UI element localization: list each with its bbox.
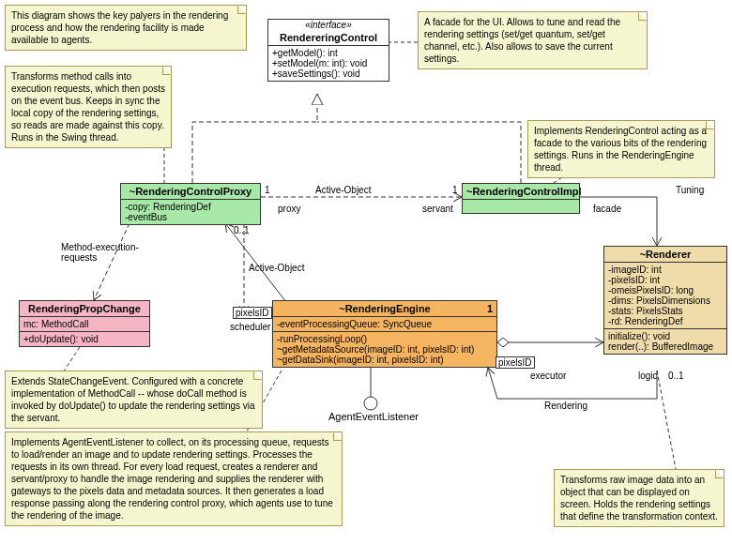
class-renderer: ~Renderer -imageID: int -pixelsID: int -…	[603, 246, 727, 355]
multiplicity: 0..1	[668, 371, 684, 381]
role-facade: facade	[593, 204, 621, 214]
multiplicity: 1	[452, 185, 458, 195]
multiplicity: 1	[487, 303, 493, 314]
note-proxy: Transforms method calls into execution r…	[5, 66, 172, 148]
class-title: ~RenderingEngine	[339, 303, 431, 314]
role-proxy: proxy	[278, 204, 300, 214]
class-operations: +getModel(): int +setModel(m: int): void…	[268, 46, 389, 81]
class-ops: +doUpdate(): void	[20, 332, 149, 346]
multiplicity: 1	[265, 185, 270, 195]
stereotype: «interface»	[268, 20, 389, 30]
class-rendereringcontrol: «interface» RendereringControl +getModel…	[267, 19, 389, 82]
class-ops: -runProcessingLoop() ~getMetadataSource(…	[273, 332, 496, 367]
class-attrs: -eventProcessingQueue: SyncQueue	[273, 317, 496, 332]
label-method-exec: Method-execution- requests	[61, 242, 139, 263]
class-agenteventlistener: AgentEventListener	[328, 411, 419, 422]
label-active-object: Active-Object	[315, 185, 371, 195]
class-renderingengine: ~RenderingEngine 1 -eventProcessingQueue…	[272, 300, 497, 368]
multiplicity: 0..1	[234, 225, 250, 235]
note-propchange: Extends StateChangeEvent. Configured wit…	[5, 371, 263, 429]
class-ops: initialize(): void render(..): BufferedI…	[604, 329, 726, 354]
class-title: ~RenderingControlProxy	[121, 184, 260, 200]
class-renderingcontrolimpl: ~RenderingControlImpl	[462, 183, 580, 214]
class-renderingpropchange: RenderingPropChange mc: MethodCall +doUp…	[19, 300, 150, 347]
label-tuning: Tuning	[676, 185, 704, 195]
class-title: ~Renderer	[604, 247, 726, 263]
class-attrs: -copy: RenderingDef -eventBus	[121, 200, 260, 224]
class-title: RendereringControl	[268, 30, 389, 46]
note-facade-ui: A facade for the UI. Allows to tune and …	[418, 11, 648, 69]
svg-point-2	[364, 397, 377, 410]
label-active-object: Active-Object	[249, 263, 304, 273]
class-renderingcontrolproxy: ~RenderingControlProxy -copy: RenderingD…	[120, 183, 261, 225]
class-title: RenderingPropChange	[20, 301, 149, 317]
class-attrs: -imageID: int -pixelsID: int -omeisPixel…	[604, 263, 726, 329]
role-executor: executor	[530, 371, 566, 381]
qualifier-pixelsid: pixelsID	[496, 356, 535, 369]
role-scheduler: scheduler	[230, 322, 270, 332]
role-servant: servant	[422, 204, 453, 214]
role-logic: logic	[638, 371, 658, 381]
note-engine: Implements AgentEventListener to collect…	[5, 431, 343, 526]
note-overview: This diagram shows the key palyers in th…	[5, 5, 247, 51]
label-rendering: Rendering	[544, 401, 587, 411]
note-impl: Implements RenderingControl acting as a …	[527, 120, 715, 178]
svg-line-9	[657, 371, 676, 469]
qualifier-pixelsid: pixelsID	[233, 307, 272, 319]
note-renderer: Transforms raw image data into an object…	[554, 469, 724, 527]
class-attrs: mc: MethodCall	[20, 317, 149, 332]
class-title: ~RenderingControlImpl	[463, 184, 579, 200]
